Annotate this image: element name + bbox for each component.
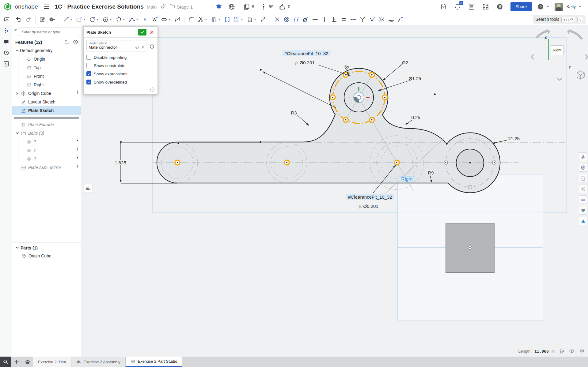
cam-app-button[interactable] <box>579 217 587 225</box>
view-cube-face[interactable]: Right <box>551 45 563 55</box>
rollback-bar[interactable] <box>12 115 81 120</box>
polygon-tool-button[interactable] <box>115 15 127 24</box>
featurescript-button[interactable] <box>440 3 447 10</box>
workspace-name[interactable]: Main <box>147 4 157 9</box>
tab-exercise-2-part-studio[interactable]: Exercise 2 Part Studio <box>126 357 183 367</box>
feature-layout-sketch[interactable]: Layout Sketch <box>12 98 81 106</box>
app-store-button[interactable] <box>482 3 489 10</box>
rotate-left-chevron[interactable] <box>532 54 533 59</box>
folder-breadcrumb[interactable]: Stage 1 <box>169 3 193 10</box>
trim-tool-button[interactable] <box>197 15 209 24</box>
dimension-label[interactable]: R3 <box>290 110 298 115</box>
fillet-tool-button[interactable] <box>187 15 195 24</box>
rollback-end-icon[interactable] <box>73 39 78 45</box>
horizontal-constraint-button[interactable] <box>311 15 319 24</box>
dimension-label[interactable]: 1.625 <box>114 160 127 165</box>
curve-pattern-button[interactable] <box>396 15 405 24</box>
circle-tool-button[interactable] <box>88 15 100 24</box>
sketch-plane-field[interactable]: Sketch plane Mate connector <box>86 40 147 51</box>
arc-tool-button[interactable] <box>101 15 113 24</box>
new-folder-icon[interactable] <box>64 39 70 45</box>
dimension-label[interactable]: 0.25 <box>410 115 421 120</box>
fix-constraint-button[interactable] <box>387 15 395 24</box>
import-dxf-button[interactable]: DXF <box>246 15 258 24</box>
visibility-icon[interactable] <box>569 348 575 354</box>
dropdown-caret-icon[interactable] <box>83 17 86 21</box>
use-tool-button[interactable] <box>48 15 56 24</box>
checkbox-disable-imprinting[interactable]: Disable imprinting <box>86 55 155 60</box>
checkbox-show-expressions[interactable]: Show expressions <box>86 71 155 76</box>
follow-rail-button[interactable] <box>0 58 12 69</box>
offset-tool-button[interactable] <box>210 15 222 24</box>
chevron-down-icon[interactable] <box>15 131 20 136</box>
dimension-label[interactable]: Ø2 <box>402 60 408 65</box>
history-rail-button[interactable] <box>0 47 12 58</box>
midpoint-constraint-button[interactable] <box>349 15 357 24</box>
dimension-label[interactable]: 6x <box>343 64 350 69</box>
dropdown-caret-icon[interactable] <box>109 17 113 21</box>
snapshot-icon[interactable] <box>559 348 565 354</box>
rotate-down-chevron[interactable] <box>557 78 562 80</box>
dimension-label[interactable]: R1.25 <box>507 136 520 141</box>
cancel-button[interactable] <box>148 29 155 36</box>
checkbox-box[interactable] <box>86 63 91 68</box>
dropdown-caret-icon[interactable] <box>96 17 100 21</box>
checkbox-box[interactable] <box>86 80 91 84</box>
document-title[interactable]: 1C - Practice Exercise Solutions <box>55 3 143 10</box>
dimension-label[interactable]: fxØ0.201 <box>359 204 378 209</box>
redo-button[interactable] <box>24 15 32 24</box>
wrench-app-button[interactable] <box>579 152 587 161</box>
tasks-button[interactable] <box>468 3 475 10</box>
part-origin-cube[interactable]: Origin Cube <box>12 252 81 260</box>
plane-name-label[interactable]: Right <box>399 176 415 182</box>
learning-center-button[interactable] <box>496 3 503 10</box>
feature-default-geometry[interactable]: Default geometry <box>12 46 81 55</box>
mass-properties-icon[interactable] <box>579 348 585 354</box>
vertical-constraint-button[interactable] <box>321 15 329 24</box>
mk-app-button[interactable]: MK <box>579 195 587 204</box>
link-icon[interactable] <box>160 3 166 10</box>
doc-app-button[interactable] <box>579 174 587 182</box>
coincident-constraint-button[interactable] <box>273 15 281 24</box>
dropdown-caret-icon[interactable] <box>122 17 126 21</box>
help-button[interactable]: ? <box>537 3 550 10</box>
tab-exercise-2-dea[interactable]: Exercise 2: Dea <box>33 357 71 367</box>
parallel-constraint-button[interactable] <box>292 15 300 24</box>
feature-front[interactable]: Front <box>12 72 81 81</box>
feature-belts-3-[interactable]: Belts (3) <box>12 129 81 137</box>
feature-plate-extrude[interactable]: Plate Extrude <box>12 120 81 129</box>
dialog-help-icon[interactable]: ? <box>150 87 155 92</box>
pattern-tool-button[interactable] <box>233 15 245 24</box>
feature-plate-asm-mirror[interactable]: AmPlate Asm. Mirror <box>12 163 81 172</box>
accept-button[interactable] <box>138 29 146 36</box>
dimension-label[interactable]: R9 <box>427 170 434 175</box>
remove-selection-icon[interactable] <box>141 45 145 50</box>
mirror-tool-button[interactable] <box>223 15 231 24</box>
search-tools[interactable]: Search tools alt/⌥ c <box>533 15 586 24</box>
filter-input[interactable] <box>19 28 79 36</box>
sketch-dimension-list-button[interactable] <box>84 184 93 193</box>
sketch-button[interactable] <box>38 15 47 24</box>
feature-origin-cube[interactable]: Origin Cube <box>12 89 81 98</box>
dropdown-caret-icon[interactable] <box>135 17 139 21</box>
symmetry-constraint-button[interactable] <box>377 15 386 24</box>
feature-list-toggle[interactable] <box>0 13 13 25</box>
dimension-label[interactable]: Ø1.25 <box>409 76 421 81</box>
chevron-down-icon[interactable] <box>15 48 20 53</box>
concentric-constraint-button[interactable] <box>283 15 291 24</box>
normal-constraint-button[interactable] <box>368 15 376 24</box>
feature-right[interactable]: Right <box>12 81 81 89</box>
dropdown-caret-icon[interactable] <box>253 17 257 21</box>
checkbox-box[interactable] <box>86 55 91 60</box>
cube-app-button[interactable] <box>579 163 587 172</box>
main-menu-icon[interactable] <box>43 3 50 10</box>
rotate-right-chevron[interactable] <box>586 54 587 59</box>
dropdown-caret-icon[interactable] <box>168 17 171 21</box>
checkbox-show-overdefined[interactable]: Show overdefined <box>86 80 155 84</box>
perpendicular-constraint-button[interactable] <box>330 15 338 24</box>
slot-tool-button[interactable] <box>160 15 172 24</box>
tab-search-button[interactable] <box>0 357 11 367</box>
drag-handle-icon[interactable] <box>75 138 80 145</box>
chevron-down-icon[interactable] <box>15 245 20 250</box>
pierce-constraint-button[interactable] <box>358 15 367 24</box>
